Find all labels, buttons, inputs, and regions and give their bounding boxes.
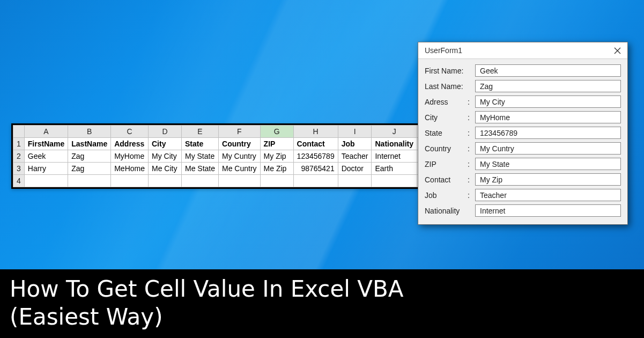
col-E[interactable]: E xyxy=(181,126,218,138)
cell[interactable]: Internet xyxy=(372,150,417,163)
cell[interactable]: State xyxy=(181,138,218,150)
col-I[interactable]: I xyxy=(338,126,372,138)
col-C[interactable]: C xyxy=(111,126,149,138)
cell[interactable]: Zag xyxy=(68,150,111,163)
cell[interactable]: Zag xyxy=(68,163,111,175)
column-header-row: A B C D E F G H I J xyxy=(13,126,427,138)
label-job: Job: xyxy=(425,191,471,200)
data-row: 2 Geek Zag MyHome My City My State My Cu… xyxy=(13,150,427,163)
col-F[interactable]: F xyxy=(219,126,261,138)
input-city[interactable] xyxy=(475,111,621,123)
cell[interactable]: Me Cuntry xyxy=(219,163,261,175)
row-1[interactable]: 1 xyxy=(13,138,25,150)
input-job[interactable] xyxy=(475,189,621,201)
input-address[interactable] xyxy=(475,95,621,108)
cell[interactable] xyxy=(24,175,68,187)
cell[interactable]: Contact xyxy=(293,138,338,150)
cell[interactable]: Country xyxy=(219,138,261,150)
cell[interactable]: Job xyxy=(338,138,372,150)
label-zip: ZIP: xyxy=(425,160,471,168)
cell[interactable]: ZIP xyxy=(260,138,293,150)
cell[interactable]: Doctor xyxy=(338,163,372,175)
cell[interactable] xyxy=(338,175,372,187)
input-contact[interactable] xyxy=(475,173,621,186)
label-state: State: xyxy=(425,129,471,137)
field-city: City: xyxy=(425,111,621,123)
banner-line-2: (Easiest Way) xyxy=(10,303,634,332)
header-row: 1 FirstName LastName Address City State … xyxy=(13,138,427,150)
cell[interactable]: Geek xyxy=(24,150,68,163)
cell[interactable] xyxy=(260,175,293,187)
row-4[interactable]: 4 xyxy=(13,175,25,187)
cell[interactable]: My State xyxy=(181,150,218,163)
field-country: Country: xyxy=(425,142,621,155)
cell[interactable]: Me City xyxy=(148,163,181,175)
label-contact: Contact: xyxy=(425,175,471,184)
field-zip: ZIP: xyxy=(425,158,621,170)
field-state: State: xyxy=(425,127,621,139)
field-last-name: Last Name: xyxy=(425,80,621,92)
spreadsheet-grid[interactable]: A B C D E F G H I J 1 FirstName LastName… xyxy=(13,125,427,187)
cell[interactable] xyxy=(372,175,417,187)
label-nationality: Nationality xyxy=(425,207,471,215)
row-2[interactable]: 2 xyxy=(13,150,25,163)
field-contact: Contact: xyxy=(425,173,621,186)
cell[interactable]: Teacher xyxy=(338,150,372,163)
select-all-corner[interactable] xyxy=(13,126,25,138)
field-job: Job: xyxy=(425,189,621,201)
field-first-name: First Name: xyxy=(425,64,621,77)
cell[interactable]: FirstName xyxy=(24,138,68,150)
field-nationality: Nationality xyxy=(425,204,621,217)
cell[interactable]: Nationality xyxy=(372,138,417,150)
cell[interactable] xyxy=(148,175,181,187)
cell[interactable]: MeHome xyxy=(111,163,149,175)
cell[interactable]: City xyxy=(148,138,181,150)
userform-window: UserForm1 First Name: Last Name: Adress:… xyxy=(418,42,628,225)
col-J[interactable]: J xyxy=(372,126,417,138)
banner-line-1: How To Get Cell Value In Excel VBA xyxy=(10,275,634,304)
cell[interactable] xyxy=(68,175,111,187)
input-zip[interactable] xyxy=(475,158,621,170)
cell[interactable] xyxy=(293,175,338,187)
input-nationality[interactable] xyxy=(475,204,621,217)
cell[interactable]: My Zip xyxy=(260,150,293,163)
label-country: Country: xyxy=(425,144,471,153)
title-banner: How To Get Cell Value In Excel VBA (Easi… xyxy=(0,269,644,338)
cell[interactable]: My Cuntry xyxy=(219,150,261,163)
data-row: 3 Harry Zag MeHome Me City Me State Me C… xyxy=(13,163,427,175)
cell[interactable]: Me State xyxy=(181,163,218,175)
cell[interactable]: 123456789 xyxy=(293,150,338,163)
userform-body: First Name: Last Name: Adress: City: Sta… xyxy=(418,59,627,224)
cell[interactable]: 98765421 xyxy=(293,163,338,175)
col-G[interactable]: G xyxy=(260,126,293,138)
close-icon[interactable] xyxy=(612,46,622,55)
label-city: City: xyxy=(425,113,471,122)
cell[interactable]: MyHome xyxy=(111,150,149,163)
userform-titlebar[interactable]: UserForm1 xyxy=(418,42,627,59)
userform-title: UserForm1 xyxy=(425,46,462,55)
col-H[interactable]: H xyxy=(293,126,338,138)
label-last-name: Last Name: xyxy=(425,82,471,91)
cell[interactable]: Me Zip xyxy=(260,163,293,175)
empty-row: 4 xyxy=(13,175,427,187)
cell[interactable]: Earth xyxy=(372,163,417,175)
label-address: Adress: xyxy=(425,98,471,106)
input-country[interactable] xyxy=(475,142,621,155)
cell[interactable] xyxy=(219,175,261,187)
field-address: Adress: xyxy=(425,95,621,108)
cell[interactable]: LastName xyxy=(68,138,111,150)
col-B[interactable]: B xyxy=(68,126,111,138)
cell[interactable]: My City xyxy=(148,150,181,163)
cell[interactable]: Address xyxy=(111,138,149,150)
input-state[interactable] xyxy=(475,127,621,139)
label-first-name: First Name: xyxy=(425,67,471,75)
cell[interactable] xyxy=(181,175,218,187)
spreadsheet-window: A B C D E F G H I J 1 FirstName LastName… xyxy=(11,123,428,189)
col-A[interactable]: A xyxy=(24,126,68,138)
cell[interactable]: Harry xyxy=(24,163,68,175)
row-3[interactable]: 3 xyxy=(13,163,25,175)
input-first-name[interactable] xyxy=(475,64,621,77)
col-D[interactable]: D xyxy=(148,126,181,138)
input-last-name[interactable] xyxy=(475,80,621,92)
cell[interactable] xyxy=(111,175,149,187)
